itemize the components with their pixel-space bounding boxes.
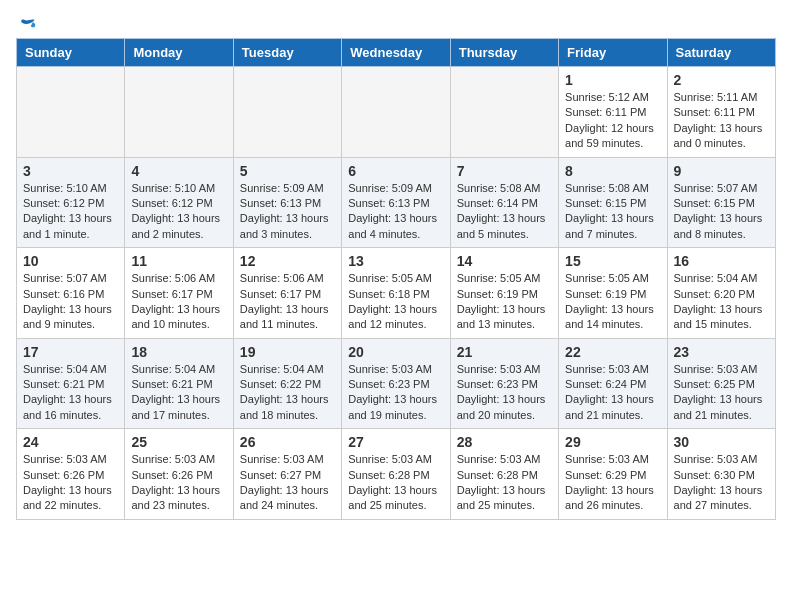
calendar-cell: 19Sunrise: 5:04 AM Sunset: 6:22 PM Dayli…	[233, 338, 341, 429]
day-number: 3	[23, 163, 118, 179]
day-info: Sunrise: 5:05 AM Sunset: 6:19 PM Dayligh…	[457, 271, 552, 333]
day-info: Sunrise: 5:12 AM Sunset: 6:11 PM Dayligh…	[565, 90, 660, 152]
day-number: 19	[240, 344, 335, 360]
calendar-cell: 7Sunrise: 5:08 AM Sunset: 6:14 PM Daylig…	[450, 157, 558, 248]
day-number: 4	[131, 163, 226, 179]
day-number: 20	[348, 344, 443, 360]
calendar-cell: 14Sunrise: 5:05 AM Sunset: 6:19 PM Dayli…	[450, 248, 558, 339]
day-info: Sunrise: 5:11 AM Sunset: 6:11 PM Dayligh…	[674, 90, 769, 152]
day-number: 9	[674, 163, 769, 179]
day-info: Sunrise: 5:03 AM Sunset: 6:26 PM Dayligh…	[131, 452, 226, 514]
calendar-cell: 30Sunrise: 5:03 AM Sunset: 6:30 PM Dayli…	[667, 429, 775, 520]
weekday-header-wednesday: Wednesday	[342, 39, 450, 67]
day-number: 14	[457, 253, 552, 269]
calendar-cell: 11Sunrise: 5:06 AM Sunset: 6:17 PM Dayli…	[125, 248, 233, 339]
day-info: Sunrise: 5:06 AM Sunset: 6:17 PM Dayligh…	[131, 271, 226, 333]
day-info: Sunrise: 5:03 AM Sunset: 6:30 PM Dayligh…	[674, 452, 769, 514]
weekday-header-friday: Friday	[559, 39, 667, 67]
day-number: 21	[457, 344, 552, 360]
day-number: 29	[565, 434, 660, 450]
day-info: Sunrise: 5:03 AM Sunset: 6:27 PM Dayligh…	[240, 452, 335, 514]
weekday-header-monday: Monday	[125, 39, 233, 67]
day-number: 16	[674, 253, 769, 269]
calendar-cell: 22Sunrise: 5:03 AM Sunset: 6:24 PM Dayli…	[559, 338, 667, 429]
calendar-cell: 10Sunrise: 5:07 AM Sunset: 6:16 PM Dayli…	[17, 248, 125, 339]
day-number: 27	[348, 434, 443, 450]
calendar-cell: 13Sunrise: 5:05 AM Sunset: 6:18 PM Dayli…	[342, 248, 450, 339]
weekday-header-tuesday: Tuesday	[233, 39, 341, 67]
day-info: Sunrise: 5:03 AM Sunset: 6:24 PM Dayligh…	[565, 362, 660, 424]
day-number: 11	[131, 253, 226, 269]
calendar-cell: 1Sunrise: 5:12 AM Sunset: 6:11 PM Daylig…	[559, 67, 667, 158]
calendar-week-row: 24Sunrise: 5:03 AM Sunset: 6:26 PM Dayli…	[17, 429, 776, 520]
day-number: 30	[674, 434, 769, 450]
day-info: Sunrise: 5:03 AM Sunset: 6:23 PM Dayligh…	[348, 362, 443, 424]
weekday-header-saturday: Saturday	[667, 39, 775, 67]
calendar-cell	[342, 67, 450, 158]
day-number: 12	[240, 253, 335, 269]
weekday-header-thursday: Thursday	[450, 39, 558, 67]
calendar-cell: 29Sunrise: 5:03 AM Sunset: 6:29 PM Dayli…	[559, 429, 667, 520]
calendar-cell	[233, 67, 341, 158]
weekday-header-sunday: Sunday	[17, 39, 125, 67]
day-number: 2	[674, 72, 769, 88]
calendar-cell: 24Sunrise: 5:03 AM Sunset: 6:26 PM Dayli…	[17, 429, 125, 520]
day-info: Sunrise: 5:03 AM Sunset: 6:28 PM Dayligh…	[348, 452, 443, 514]
calendar-cell: 28Sunrise: 5:03 AM Sunset: 6:28 PM Dayli…	[450, 429, 558, 520]
day-info: Sunrise: 5:04 AM Sunset: 6:21 PM Dayligh…	[23, 362, 118, 424]
calendar-cell: 8Sunrise: 5:08 AM Sunset: 6:15 PM Daylig…	[559, 157, 667, 248]
logo	[16, 16, 38, 30]
calendar-cell: 2Sunrise: 5:11 AM Sunset: 6:11 PM Daylig…	[667, 67, 775, 158]
calendar-cell: 12Sunrise: 5:06 AM Sunset: 6:17 PM Dayli…	[233, 248, 341, 339]
calendar-cell: 6Sunrise: 5:09 AM Sunset: 6:13 PM Daylig…	[342, 157, 450, 248]
calendar-cell: 27Sunrise: 5:03 AM Sunset: 6:28 PM Dayli…	[342, 429, 450, 520]
day-info: Sunrise: 5:10 AM Sunset: 6:12 PM Dayligh…	[131, 181, 226, 243]
day-number: 8	[565, 163, 660, 179]
calendar-cell: 15Sunrise: 5:05 AM Sunset: 6:19 PM Dayli…	[559, 248, 667, 339]
calendar-cell: 23Sunrise: 5:03 AM Sunset: 6:25 PM Dayli…	[667, 338, 775, 429]
calendar-week-row: 3Sunrise: 5:10 AM Sunset: 6:12 PM Daylig…	[17, 157, 776, 248]
calendar-week-row: 17Sunrise: 5:04 AM Sunset: 6:21 PM Dayli…	[17, 338, 776, 429]
day-number: 26	[240, 434, 335, 450]
header	[16, 16, 776, 30]
calendar-cell	[450, 67, 558, 158]
logo-bird-icon	[18, 16, 38, 34]
calendar-cell: 17Sunrise: 5:04 AM Sunset: 6:21 PM Dayli…	[17, 338, 125, 429]
day-number: 25	[131, 434, 226, 450]
day-info: Sunrise: 5:05 AM Sunset: 6:18 PM Dayligh…	[348, 271, 443, 333]
calendar-cell: 4Sunrise: 5:10 AM Sunset: 6:12 PM Daylig…	[125, 157, 233, 248]
calendar-cell: 16Sunrise: 5:04 AM Sunset: 6:20 PM Dayli…	[667, 248, 775, 339]
day-info: Sunrise: 5:03 AM Sunset: 6:25 PM Dayligh…	[674, 362, 769, 424]
day-number: 13	[348, 253, 443, 269]
day-info: Sunrise: 5:07 AM Sunset: 6:16 PM Dayligh…	[23, 271, 118, 333]
day-info: Sunrise: 5:09 AM Sunset: 6:13 PM Dayligh…	[348, 181, 443, 243]
day-number: 6	[348, 163, 443, 179]
calendar-week-row: 1Sunrise: 5:12 AM Sunset: 6:11 PM Daylig…	[17, 67, 776, 158]
day-number: 10	[23, 253, 118, 269]
day-number: 5	[240, 163, 335, 179]
day-info: Sunrise: 5:04 AM Sunset: 6:21 PM Dayligh…	[131, 362, 226, 424]
day-info: Sunrise: 5:04 AM Sunset: 6:22 PM Dayligh…	[240, 362, 335, 424]
weekday-header-row: SundayMondayTuesdayWednesdayThursdayFrid…	[17, 39, 776, 67]
day-number: 28	[457, 434, 552, 450]
day-info: Sunrise: 5:09 AM Sunset: 6:13 PM Dayligh…	[240, 181, 335, 243]
calendar-cell: 20Sunrise: 5:03 AM Sunset: 6:23 PM Dayli…	[342, 338, 450, 429]
calendar-cell: 21Sunrise: 5:03 AM Sunset: 6:23 PM Dayli…	[450, 338, 558, 429]
day-info: Sunrise: 5:06 AM Sunset: 6:17 PM Dayligh…	[240, 271, 335, 333]
day-number: 22	[565, 344, 660, 360]
calendar-cell: 25Sunrise: 5:03 AM Sunset: 6:26 PM Dayli…	[125, 429, 233, 520]
day-number: 24	[23, 434, 118, 450]
day-info: Sunrise: 5:03 AM Sunset: 6:23 PM Dayligh…	[457, 362, 552, 424]
day-number: 7	[457, 163, 552, 179]
calendar-week-row: 10Sunrise: 5:07 AM Sunset: 6:16 PM Dayli…	[17, 248, 776, 339]
day-info: Sunrise: 5:08 AM Sunset: 6:15 PM Dayligh…	[565, 181, 660, 243]
day-info: Sunrise: 5:04 AM Sunset: 6:20 PM Dayligh…	[674, 271, 769, 333]
day-number: 17	[23, 344, 118, 360]
day-number: 18	[131, 344, 226, 360]
day-info: Sunrise: 5:03 AM Sunset: 6:28 PM Dayligh…	[457, 452, 552, 514]
calendar-cell	[17, 67, 125, 158]
day-info: Sunrise: 5:03 AM Sunset: 6:26 PM Dayligh…	[23, 452, 118, 514]
calendar-table: SundayMondayTuesdayWednesdayThursdayFrid…	[16, 38, 776, 520]
day-info: Sunrise: 5:05 AM Sunset: 6:19 PM Dayligh…	[565, 271, 660, 333]
day-info: Sunrise: 5:07 AM Sunset: 6:15 PM Dayligh…	[674, 181, 769, 243]
